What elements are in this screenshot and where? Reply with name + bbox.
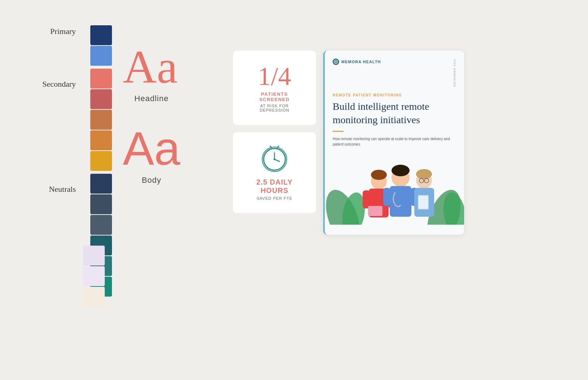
doc-date: DECEMBER 2022 bbox=[453, 59, 456, 87]
svg-point-14 bbox=[371, 170, 387, 180]
doc-category: REMOTE PATIENT MONITORING bbox=[325, 93, 464, 97]
svg-point-20 bbox=[392, 165, 410, 176]
extra-lavender-swatch bbox=[83, 246, 105, 265]
doc-logo-text: MEMORA HEALTH bbox=[341, 60, 381, 64]
doc-header: MEMORA HEALTH DECEMBER 2022 bbox=[325, 51, 464, 90]
secondary-gold-swatch bbox=[90, 151, 112, 171]
stat-hours-number: 2.5 DAILY HOURS bbox=[244, 178, 305, 195]
stat-fraction: 1/4 bbox=[244, 63, 305, 89]
secondary-amber-swatch bbox=[90, 130, 112, 150]
headline-label: Headline bbox=[123, 94, 180, 103]
stat-patients-label: PATIENTS SCREENED bbox=[244, 91, 305, 102]
svg-rect-31 bbox=[419, 196, 428, 209]
doc-logo-icon bbox=[333, 59, 339, 65]
extra-swatches bbox=[83, 246, 105, 307]
neutral-slate-swatch bbox=[90, 215, 112, 235]
headline-display: Aa Headline bbox=[123, 43, 180, 103]
secondary-palette-row: Secondary bbox=[25, 69, 112, 171]
svg-point-6 bbox=[274, 159, 276, 160]
svg-point-25 bbox=[416, 169, 432, 179]
secondary-label: Secondary bbox=[42, 79, 83, 88]
doc-illustration bbox=[325, 152, 464, 225]
stat-saved-label: SAVED PER FTE bbox=[244, 196, 305, 200]
neutral-navy-swatch bbox=[90, 194, 112, 214]
secondary-swatches bbox=[90, 69, 112, 171]
svg-point-8 bbox=[335, 61, 337, 62]
svg-rect-21 bbox=[390, 186, 411, 217]
svg-rect-16 bbox=[363, 190, 370, 208]
secondary-coral-swatch bbox=[90, 69, 112, 88]
doc-divider bbox=[333, 131, 343, 132]
stat-card-hours: 2.5 DAILY HOURS SAVED PER FTE bbox=[233, 132, 316, 213]
doc-title: Build intelligent remote monitoring init… bbox=[325, 97, 464, 131]
document-card: MEMORA HEALTH DECEMBER 2022 REMOTE PATIE… bbox=[323, 51, 464, 235]
doc-logo: MEMORA HEALTH bbox=[333, 59, 381, 65]
neutral-dark-navy-swatch bbox=[90, 174, 112, 194]
secondary-orange-swatch bbox=[90, 110, 112, 130]
primary-label: Primary bbox=[50, 27, 83, 36]
primary-dark-blue-swatch bbox=[90, 25, 112, 45]
primary-palette-row: Primary bbox=[25, 25, 112, 66]
stat-card-depression: 1/4 PATIENTS SCREENED AT RISK FOR DEPRES… bbox=[233, 51, 316, 125]
doc-subtitle: How remote monitoring can operate at sca… bbox=[325, 136, 464, 147]
body-aa: Aa bbox=[123, 125, 180, 172]
stat-at-risk-label: AT RISK FOR DEPRESSION bbox=[244, 104, 305, 112]
headline-aa: Aa bbox=[123, 43, 180, 90]
primary-light-blue-swatch bbox=[90, 46, 112, 66]
neutrals-label: Neutrals bbox=[49, 185, 83, 194]
body-label: Body bbox=[123, 176, 180, 185]
primary-swatches bbox=[90, 25, 112, 66]
svg-rect-22 bbox=[383, 188, 390, 206]
secondary-dark-coral-swatch bbox=[90, 89, 112, 109]
stat-cards-section: 1/4 PATIENTS SCREENED AT RISK FOR DEPRES… bbox=[233, 51, 316, 220]
body-display: Aa Body bbox=[123, 125, 180, 185]
typography-section: Aa Headline Aa Body bbox=[123, 43, 180, 185]
clock-icon bbox=[260, 145, 289, 174]
svg-rect-18 bbox=[368, 206, 382, 216]
extra-peach-swatch bbox=[83, 287, 105, 307]
extra-light-lavender-swatch bbox=[83, 266, 105, 286]
